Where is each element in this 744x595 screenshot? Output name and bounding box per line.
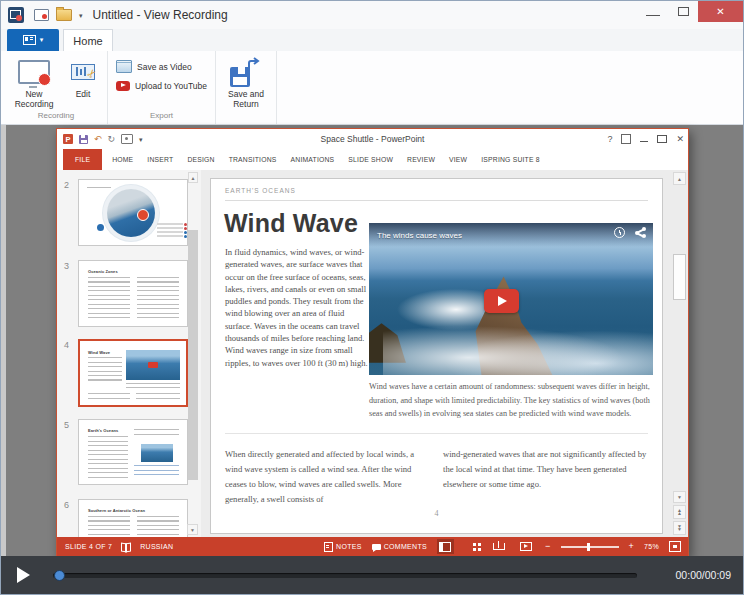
open-folder-icon[interactable] [56, 9, 72, 21]
scrollbar-thumb[interactable] [673, 254, 686, 300]
spellcheck-icon[interactable] [121, 543, 131, 551]
thumbnail-slide-6[interactable]: Southern or Antarctic Ocean [78, 499, 188, 537]
tab-insert[interactable]: INSERT [140, 149, 180, 170]
app-menu-icon [23, 35, 36, 45]
zoom-in-button[interactable]: + [629, 542, 635, 551]
group-save-return: Save and Return [216, 51, 277, 124]
panel-scroll-down-button[interactable]: ▼ [187, 524, 198, 535]
tab-review[interactable]: REVIEW [400, 149, 442, 170]
video-overlay-bar: The winds cause waves [369, 223, 653, 247]
close-button[interactable]: ✕ [698, 1, 743, 22]
previous-slide-button[interactable]: ▲▲ [673, 505, 686, 519]
zoom-slider[interactable] [561, 546, 619, 548]
thumbnail-slide-2[interactable] [78, 179, 188, 246]
edit-button[interactable]: ✂ Edit [61, 54, 105, 100]
help-icon[interactable]: ? [607, 134, 612, 144]
save-and-return-button[interactable]: Save and Return [218, 54, 274, 109]
zoom-slider-thumb[interactable] [587, 543, 590, 551]
time-display: 00:00/00:09 [676, 569, 731, 581]
ribbon: New Recording ✂ Edit Recording Save as V… [1, 51, 743, 125]
group-recording: New Recording ✂ Edit Recording [5, 51, 108, 124]
tab-view[interactable]: VIEW [442, 149, 474, 170]
mini-video-image [126, 350, 180, 380]
slide-canvas[interactable]: EARTH'S OCEANS Wind Wave In fluid dynami… [210, 178, 663, 534]
qat-customize-caret-icon[interactable]: ▾ [79, 12, 83, 19]
slide-sorter-view-button[interactable] [464, 539, 481, 554]
maximize-button[interactable] [668, 1, 698, 22]
youtube-play-button[interactable] [484, 289, 519, 313]
app-menu-button[interactable]: ▾ [7, 29, 59, 51]
ppt-maximize-button[interactable] [657, 135, 667, 143]
normal-view-button[interactable] [437, 539, 454, 554]
group-export: Save as Video Upload to YouTube Export [108, 51, 216, 124]
playback-bar: 00:00/00:09 [1, 556, 743, 594]
minimize-button[interactable] [638, 1, 668, 22]
ppt-minimize-button[interactable] [640, 141, 648, 142]
tab-file[interactable]: FILE [63, 149, 102, 170]
panel-scroll-up-button[interactable]: ▲ [188, 172, 198, 183]
undo-icon[interactable]: ↶ [94, 135, 102, 144]
save-icon[interactable] [79, 135, 88, 144]
tab-home[interactable]: Home [63, 29, 113, 51]
divider [225, 200, 648, 201]
save-as-video-label: Save as Video [137, 62, 192, 72]
tab-slideshow[interactable]: SLIDE SHOW [341, 149, 400, 170]
new-recording-button[interactable]: New Recording [7, 54, 61, 109]
thumbnail-slide-3[interactable]: Oceanic Zones [78, 260, 188, 327]
view-recording-window: ▾ Untitled - View Recording ✕ ▾ Home New… [0, 0, 744, 595]
language-indicator[interactable]: RUSSIAN [140, 543, 173, 550]
slideshow-view-button[interactable] [518, 539, 535, 554]
notes-button[interactable]: NOTES [324, 542, 362, 552]
ppt-close-button[interactable]: ✕ [676, 134, 684, 144]
play-button[interactable] [17, 567, 30, 583]
tab-animations[interactable]: ANIMATIONS [284, 149, 342, 170]
redo-icon[interactable]: ↻ [108, 135, 116, 144]
zoom-out-button[interactable]: − [545, 542, 551, 551]
slide-title: Wind Wave [224, 209, 358, 238]
seek-thumb[interactable] [54, 570, 65, 581]
app-menu-caret-icon: ▾ [40, 36, 44, 44]
window-controls: ✕ [638, 1, 743, 22]
start-slideshow-icon[interactable] [121, 134, 133, 144]
scroll-down-button[interactable]: ▼ [673, 491, 686, 503]
film-icon [116, 60, 132, 73]
new-recording-quick-icon[interactable] [34, 9, 49, 21]
tab-home[interactable]: HOME [105, 149, 140, 170]
embedded-video[interactable]: The winds cause waves [369, 223, 653, 375]
reading-view-button[interactable] [491, 539, 508, 554]
upload-to-youtube-button[interactable]: Upload to YouTube [110, 76, 213, 95]
window-title: Untitled - View Recording [93, 8, 228, 22]
globe-graphic [107, 189, 155, 237]
scroll-up-button[interactable]: ▲ [673, 172, 686, 185]
seek-bar[interactable] [53, 573, 637, 578]
mini-photo [141, 444, 173, 462]
ribbon-options-icon[interactable] [621, 134, 631, 144]
slide-page-number: 4 [211, 509, 662, 518]
thumbnail-slide-5[interactable]: Earth's Oceans [78, 419, 188, 485]
video-caption: Wind waves have a certain amount of rand… [369, 380, 653, 421]
panel-scrollbar-thumb[interactable] [188, 230, 198, 480]
watch-later-icon[interactable] [614, 227, 625, 238]
slide-number: 5 [64, 420, 69, 430]
ppt-qat-caret-icon[interactable]: ▾ [139, 136, 143, 143]
powerpoint-titlebar: Space Shuttle - PowerPoint P ↶ ↻ ▾ ? ✕ [57, 129, 688, 149]
powerpoint-title: Space Shuttle - PowerPoint [57, 134, 688, 144]
fit-slide-to-window-icon[interactable] [669, 541, 681, 552]
save-as-video-button[interactable]: Save as Video [110, 57, 213, 76]
divider [225, 433, 648, 434]
save-return-icon [230, 57, 262, 87]
thumbnail-slide-4-selected[interactable]: Wind Wave [78, 339, 188, 407]
next-slide-button[interactable]: ▼▼ [673, 521, 686, 535]
slide-number: 6 [64, 500, 69, 510]
share-icon[interactable] [635, 227, 646, 238]
comments-button[interactable]: COMMENTS [372, 543, 427, 550]
save-and-return-label: Save and Return [218, 90, 274, 109]
powerpoint-qat: P ↶ ↻ ▾ [63, 134, 143, 144]
tab-ispring-suite[interactable]: ISPRING SUITE 8 [474, 149, 547, 170]
notes-icon [324, 542, 333, 552]
tab-transitions[interactable]: TRANSITIONS [222, 149, 284, 170]
tab-design[interactable]: DESIGN [180, 149, 221, 170]
app-logo-icon [8, 7, 24, 23]
edit-label: Edit [76, 90, 91, 100]
zoom-level[interactable]: 75% [644, 543, 659, 550]
